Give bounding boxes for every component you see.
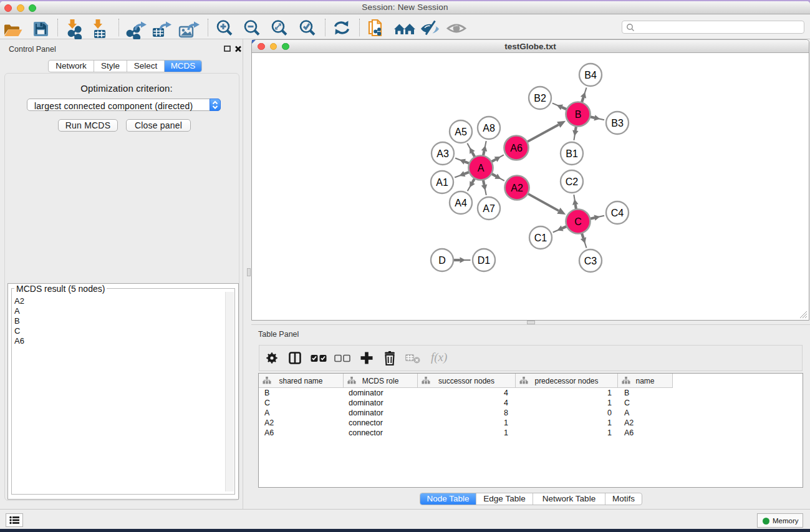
svg-text:C4: C4 xyxy=(611,208,624,218)
svg-text:A8: A8 xyxy=(483,123,495,133)
svg-text:C1: C1 xyxy=(534,233,547,243)
svg-text:B1: B1 xyxy=(566,148,578,159)
svg-text:B4: B4 xyxy=(584,70,597,80)
svg-text:D1: D1 xyxy=(478,255,491,266)
svg-text:C: C xyxy=(574,216,582,227)
svg-text:B2: B2 xyxy=(534,93,546,104)
svg-text:A1: A1 xyxy=(436,177,448,188)
svg-text:A6: A6 xyxy=(510,143,523,153)
svg-text:C3: C3 xyxy=(584,256,597,266)
svg-text:B: B xyxy=(575,109,582,120)
svg-text:A7: A7 xyxy=(483,203,495,214)
svg-text:D: D xyxy=(438,255,446,266)
svg-text:C2: C2 xyxy=(566,177,579,187)
svg-text:A5: A5 xyxy=(455,127,467,137)
svg-text:B3: B3 xyxy=(611,118,624,128)
svg-text:A: A xyxy=(478,163,485,173)
svg-text:A2: A2 xyxy=(511,183,523,193)
svg-text:A4: A4 xyxy=(455,198,467,208)
svg-text:A3: A3 xyxy=(436,148,449,159)
